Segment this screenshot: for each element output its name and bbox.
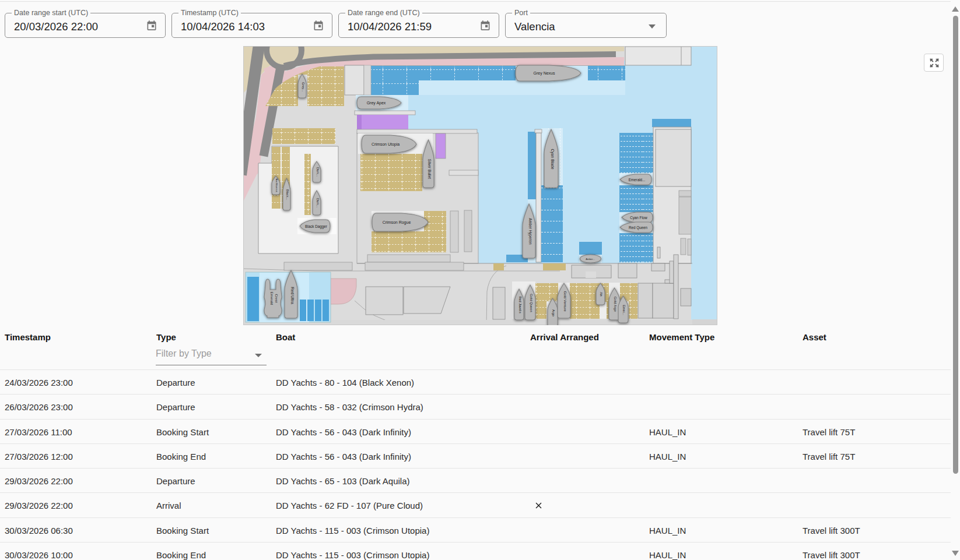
svg-text:Ain: Ain	[600, 292, 603, 297]
svg-text:Black...: Black...	[286, 189, 289, 200]
svg-text:Argo: Argo	[552, 309, 555, 316]
svg-text:Black Dagger: Black Dagger	[305, 224, 327, 229]
svg-text:Amber...: Amber...	[586, 258, 595, 260]
svg-text:Red Queen: Red Queen	[629, 226, 648, 230]
svg-text:Cyan Blade: Cyan Blade	[550, 149, 555, 169]
svg-text:Gold Queen: Gold Queen	[530, 294, 533, 312]
svg-text:Dark...: Dark...	[316, 198, 320, 208]
svg-text:Amber Hyperion: Amber Hyperion	[528, 218, 532, 245]
svg-text:Gold Venture: Gold Venture	[563, 291, 567, 312]
svg-text:Emer...: Emer...	[622, 305, 626, 315]
svg-text:Red Ultra: Red Ultra	[290, 287, 295, 304]
svg-text:Crest: Crest	[275, 294, 279, 303]
svg-text:Gold Argo: Gold Argo	[614, 297, 617, 312]
svg-text:Silver Bullet: Silver Bullet	[428, 159, 432, 179]
svg-text:Emerald: Emerald	[270, 291, 274, 305]
svg-text:Grey...: Grey...	[302, 82, 305, 92]
svg-text:Crimson Rogue: Crimson Rogue	[383, 220, 411, 225]
svg-text:Dark...: Dark...	[316, 167, 320, 177]
svg-text:Noa Maverick: Noa Maverick	[275, 178, 278, 192]
svg-text:Cyan Flow: Cyan Flow	[630, 216, 647, 220]
svg-text:Emerald...: Emerald...	[629, 178, 646, 182]
svg-text:Grey Apex: Grey Apex	[367, 101, 386, 105]
svg-text:Crimson Utopia: Crimson Utopia	[372, 142, 400, 147]
svg-text:Red Javelin: Red Javelin	[518, 296, 522, 313]
svg-text:Grey Nexus: Grey Nexus	[534, 71, 555, 76]
